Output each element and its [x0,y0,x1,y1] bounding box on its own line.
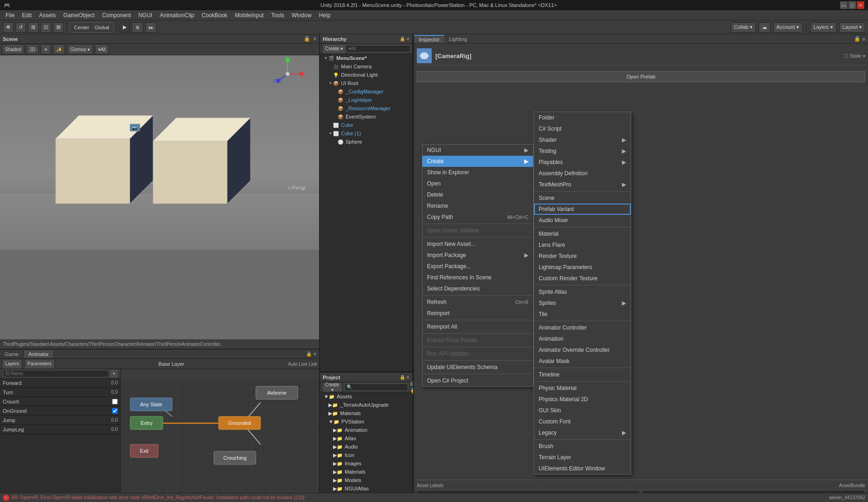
animator-canvas[interactable]: Airborne Any State Entry Grounded [121,379,319,502]
search-all-dropdown[interactable]: ▾All [95,44,109,54]
h-cube1[interactable]: ▼ ⬜ Cube (1) [320,129,412,138]
h-config-manager[interactable]: 📦 _ConfigManager [320,87,412,96]
ctx-open[interactable]: Open [422,178,533,189]
h-event-system[interactable]: 📦 EventSystem [320,112,412,121]
onground-checkbox[interactable] [112,408,118,414]
sub-timeline[interactable]: Timeline [534,369,631,380]
inspector-menu[interactable]: ≡ [862,36,865,42]
param-search[interactable] [3,370,109,377]
collab-button[interactable]: Collab ▾ [731,22,756,33]
layout-button[interactable]: Layout ▾ [839,22,865,33]
p-terrain[interactable]: ▶ 📁 _TerrainAutoUpgrade [320,401,412,409]
static-checkbox[interactable]: ☐ Static ▾ [844,53,865,59]
sub-legacy[interactable]: Legacy ▶ [534,427,631,438]
p-materials[interactable]: ▶ 📁 Materials [320,409,412,417]
project-create-btn[interactable]: Create ▾ [322,382,342,392]
ctx-import-new-asset[interactable]: Import New Asset... [422,238,533,250]
sub-lens-flare[interactable]: Lens Flare [534,239,631,251]
toolbar-transform[interactable]: ⊠ [53,22,64,33]
toolbar-rotate[interactable]: ↺ [15,22,26,33]
p-assets[interactable]: ▼ 📁 Assets [320,392,412,401]
sub-render-texture[interactable]: Render Texture [534,251,631,262]
ctx-delete[interactable]: Delete [422,189,533,200]
ctx-select-deps[interactable]: Select Dependencies [422,283,533,294]
ctx-copy-path[interactable]: Copy Path Alt+Ctrl+C [422,211,533,223]
ctx-reimport-all[interactable]: Reimport All [422,321,533,332]
menu-item-gameobject[interactable]: GameObject [60,11,98,20]
sub-prefab-variant[interactable]: Prefab Variant [534,204,631,215]
sub-textmeshpro[interactable]: TextMeshPro ▶ [534,179,631,190]
p-models[interactable]: ▶ 📁 Models [320,476,412,484]
sub-folder[interactable]: Folder [534,112,631,123]
inspector-lock[interactable]: 🔒 [854,36,861,42]
sub-animator-override[interactable]: Animator Override Controller [534,344,631,356]
sub-avatar-mask[interactable]: Avatar Mask [534,356,631,367]
project-search[interactable] [344,383,408,391]
sub-animator-ctrl[interactable]: Animator Controller [534,322,631,333]
p-animation[interactable]: ▶ 📁 Animation [320,426,412,434]
sub-sprites[interactable]: Sprites ▶ [534,297,631,309]
p-icon[interactable]: ▶ 📁 Icon [320,451,412,459]
parameters-tab-btn[interactable]: Parameters [24,359,55,369]
ctx-refresh[interactable]: Refresh Ctrl+R [422,297,533,308]
maximize-button[interactable]: □ [848,1,856,9]
ctx-open-csharp[interactable]: Open C# Project [422,375,533,386]
tab-inspector[interactable]: Inspector [414,35,444,43]
sub-physic-material[interactable]: Physic Material [534,383,631,394]
hierarchy-search-input[interactable] [346,45,410,53]
p-audio[interactable]: ▶ 📁 Audio [320,443,412,451]
lighting-toggle[interactable]: ☀ [40,44,51,54]
ctx-ngui[interactable]: NGUI ▶ [422,145,533,156]
h-resource-manager[interactable]: 📦 _ResourceManager [320,104,412,112]
menu-item-help[interactable]: Help [315,11,334,20]
ctx-rename[interactable]: Rename [422,200,533,211]
play-button[interactable]: ▶ [120,22,130,33]
fx-toggle[interactable]: ✨ [53,44,65,54]
ctx-update-ui[interactable]: Update UIElements Schema [422,362,533,373]
sub-lightmap-params[interactable]: Lightmap Parameters [534,262,631,273]
cloud-button[interactable]: ☁ [759,22,770,33]
hierarchy-scene-root[interactable]: ▼ 🎬 MenuScene* [320,54,412,62]
menu-item-component[interactable]: Component [98,11,134,20]
tab-game[interactable]: Game [0,350,24,358]
ctx-show-explorer[interactable]: Show in Explorer [422,167,533,178]
sub-physics-2d[interactable]: Physics Material 2D [534,394,631,405]
toolbar-move[interactable]: ✥ [3,22,13,33]
menu-item-tools[interactable]: Tools [267,11,288,20]
menu-item-assets[interactable]: Assets [35,11,60,20]
menu-item-cookbook[interactable]: CookBook [198,11,231,20]
toolbar-rect[interactable]: ⊡ [40,22,51,33]
menu-item-mobileinput[interactable]: MobileInput [231,11,267,20]
step-button[interactable]: ⏭ [145,22,157,33]
h-main-camera[interactable]: 🎥 Main Camera [320,62,412,71]
hierarchy-create-btn[interactable]: Create ▾ [322,44,346,54]
tab-lighting[interactable]: Lighting [444,35,472,43]
open-prefab-button[interactable]: Open Prefab [417,71,865,82]
sub-brush[interactable]: Brush [534,441,631,452]
2d-button[interactable]: 2D [26,44,39,54]
center-global-toggle[interactable]: Center | Global [70,22,114,33]
sub-assembly-def[interactable]: Assembly Definition [534,168,631,179]
layers-tab-btn[interactable]: Layers [2,359,22,369]
h-ui-root[interactable]: ▼ 📦 UI Root [320,79,412,87]
gizmos-dropdown[interactable]: Gizmos ▾ [67,44,93,54]
menu-item-file[interactable]: File [2,11,18,20]
close-button[interactable]: ✕ [857,1,864,9]
sub-shader[interactable]: Shader ▶ [534,134,631,145]
menu-item-animationclip[interactable]: AnimationClip [156,11,198,20]
p-images[interactable]: ▶ 📁 Images [320,459,412,468]
layers-button[interactable]: Layers ▾ [810,22,836,33]
sub-audio-mixer[interactable]: Audio Mixer [534,215,631,226]
ctx-find-refs[interactable]: Find References In Scene [422,272,533,283]
ctx-create[interactable]: Create ▶ [422,156,533,167]
sub-gui-skin[interactable]: GUI Skin [534,405,631,416]
pause-button[interactable]: ⏸ [132,22,143,33]
minimize-button[interactable]: — [840,1,848,9]
sub-playables[interactable]: Playables ▶ [534,157,631,168]
sub-terrain-layer[interactable]: Terrain Layer [534,452,631,463]
p-materials2[interactable]: ▶ 📁 Materials [320,468,412,476]
hierarchy-close[interactable]: 🔒 ≡ [400,36,409,41]
toolbar-scale[interactable]: ⊞ [28,22,39,33]
account-button[interactable]: Account ▾ [773,22,802,33]
sub-material[interactable]: Material [534,228,631,239]
